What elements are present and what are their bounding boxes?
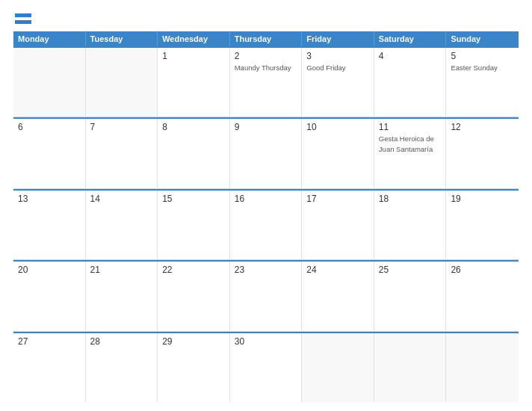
calendar-cell: 13: [13, 191, 86, 259]
day-header-friday: Friday: [302, 31, 374, 46]
svg-marker-1: [15, 13, 31, 17]
logo: [13, 13, 31, 24]
day-header-wednesday: Wednesday: [158, 31, 230, 46]
calendar-cell: 26: [446, 262, 519, 330]
day-number: 11: [379, 122, 442, 132]
day-number: 2: [235, 51, 297, 61]
day-number: 13: [18, 194, 81, 204]
day-number: 18: [379, 194, 442, 204]
calendar-body: 12Maundy Thursday3Good Friday45Easter Su…: [13, 46, 519, 402]
day-number: 30: [235, 336, 297, 347]
day-number: 3: [306, 51, 369, 61]
day-number: 4: [379, 51, 442, 61]
calendar-cell: [86, 48, 158, 117]
day-header-tuesday: Tuesday: [86, 31, 158, 46]
holiday-label: Gesta Heroica de Juan Santamaría: [379, 135, 434, 152]
day-number: 19: [451, 194, 514, 204]
day-number: 12: [451, 122, 514, 132]
day-number: 10: [306, 122, 369, 132]
calendar-cell: [13, 48, 86, 117]
calendar-cell: 20: [13, 262, 86, 330]
calendar: MondayTuesdayWednesdayThursdayFridaySatu…: [13, 31, 519, 402]
day-number: 24: [306, 265, 369, 275]
day-header-sunday: Sunday: [446, 31, 519, 46]
calendar-cell: 30: [230, 333, 303, 402]
day-number: 1: [162, 51, 225, 61]
logo-flag-icon: [15, 13, 31, 24]
day-number: 28: [90, 336, 153, 347]
day-number: 22: [162, 265, 225, 275]
day-number: 20: [18, 265, 81, 275]
calendar-cell: 2Maundy Thursday: [230, 48, 303, 117]
calendar-cell: 5Easter Sunday: [446, 48, 519, 117]
calendar-cell: [374, 333, 447, 402]
day-number: 27: [18, 336, 81, 347]
calendar-cell: 22: [158, 262, 230, 330]
calendar-header: MondayTuesdayWednesdayThursdayFridaySatu…: [13, 31, 519, 46]
calendar-cell: 15: [158, 191, 230, 259]
calendar-cell: [302, 333, 374, 402]
day-number: 9: [235, 122, 297, 132]
calendar-week-2: 67891011Gesta Heroica de Juan Santamaría…: [13, 117, 519, 188]
calendar-cell: 6: [13, 119, 86, 188]
calendar-cell: 10: [302, 119, 374, 188]
day-number: 29: [162, 336, 225, 347]
calendar-cell: 29: [158, 333, 230, 402]
day-number: 21: [90, 265, 153, 275]
day-header-thursday: Thursday: [230, 31, 303, 46]
calendar-cell: 12: [446, 119, 519, 188]
calendar-cell: 11Gesta Heroica de Juan Santamaría: [374, 119, 447, 188]
day-header-saturday: Saturday: [374, 31, 447, 46]
calendar-cell: 4: [374, 48, 447, 117]
day-number: 17: [306, 194, 369, 204]
calendar-cell: 17: [302, 191, 374, 259]
calendar-cell: 23: [230, 262, 303, 330]
day-number: 15: [162, 194, 225, 204]
day-number: 7: [90, 122, 153, 132]
calendar-cell: 27: [13, 333, 86, 402]
calendar-page: MondayTuesdayWednesdayThursdayFridaySatu…: [0, 0, 532, 411]
holiday-label: Good Friday: [306, 64, 345, 72]
calendar-cell: 9: [230, 119, 303, 188]
day-number: 16: [235, 194, 297, 204]
calendar-week-4: 20212223242526: [13, 260, 519, 331]
calendar-cell: 16: [230, 191, 303, 259]
calendar-cell: 14: [86, 191, 158, 259]
calendar-week-3: 13141516171819: [13, 189, 519, 260]
holiday-label: Easter Sunday: [451, 64, 497, 72]
calendar-cell: 21: [86, 262, 158, 330]
calendar-week-1: 12Maundy Thursday3Good Friday45Easter Su…: [13, 46, 519, 117]
day-number: 25: [379, 265, 442, 275]
calendar-week-5: 27282930: [13, 332, 519, 402]
header: [13, 13, 519, 24]
day-number: 8: [162, 122, 225, 132]
svg-marker-2: [15, 20, 31, 24]
day-number: 26: [451, 265, 514, 275]
day-header-monday: Monday: [13, 31, 86, 46]
calendar-cell: 25: [374, 262, 447, 330]
day-number: 23: [235, 265, 297, 275]
holiday-label: Maundy Thursday: [235, 64, 291, 72]
calendar-cell: 18: [374, 191, 447, 259]
calendar-cell: [446, 333, 519, 402]
calendar-cell: 3Good Friday: [302, 48, 374, 117]
calendar-cell: 1: [158, 48, 230, 117]
calendar-cell: 19: [446, 191, 519, 259]
calendar-cell: 24: [302, 262, 374, 330]
day-number: 6: [18, 122, 81, 132]
calendar-cell: 28: [86, 333, 158, 402]
calendar-cell: 7: [86, 119, 158, 188]
calendar-cell: 8: [158, 119, 230, 188]
day-number: 14: [90, 194, 153, 204]
day-number: 5: [451, 51, 514, 61]
